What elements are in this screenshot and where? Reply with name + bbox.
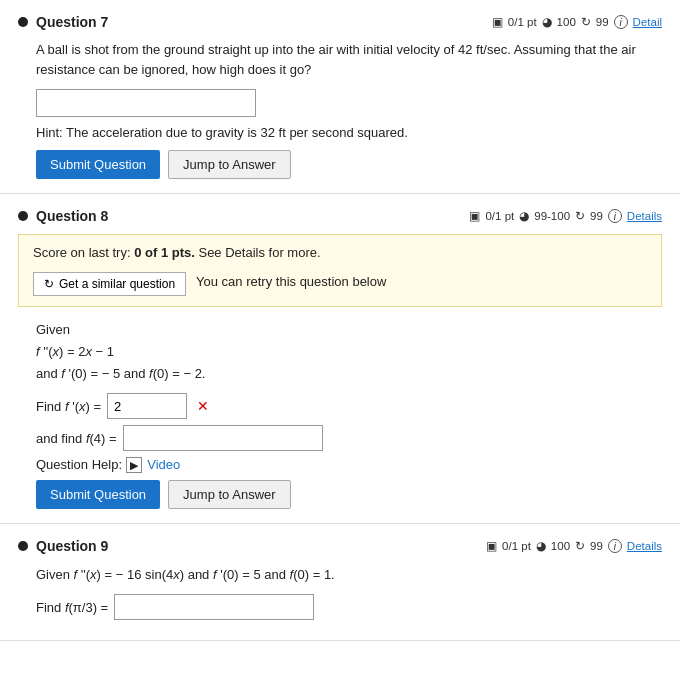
q8-given-block: Given f ''(x) = 2x − 1 and f '(0) = − 5 … (36, 319, 662, 385)
q9-given-text: Given f ''(x) = − 16 sin(4x) and f '(0) … (36, 564, 662, 586)
q8-retry-icon: ↻ (44, 277, 54, 291)
q8-find-fprime-label: Find f '(x) = (36, 399, 101, 414)
q7-clock-val: 100 (557, 16, 576, 28)
q8-video-link[interactable]: Video (147, 457, 180, 472)
q9-meta: ▣ 0/1 pt ◕ 100 ↻ 99 i Details (486, 539, 662, 553)
question-9-header: Question 9 ▣ 0/1 pt ◕ 100 ↻ 99 i Details (18, 538, 662, 554)
q7-refresh-val: 99 (596, 16, 609, 28)
question-9-title: Question 9 (18, 538, 108, 554)
q7-btn-group: Submit Question Jump to Answer (36, 150, 662, 179)
q9-refresh-icon: ↻ (575, 539, 585, 553)
q9-number-label: Question 9 (36, 538, 108, 554)
q8-jump-button[interactable]: Jump to Answer (168, 480, 291, 509)
q8-retry-label: Get a similar question (59, 277, 175, 291)
q8-help-row: Question Help: ▶ Video (36, 457, 662, 472)
q7-bullet (18, 17, 28, 27)
q7-detail-link[interactable]: Detail (633, 16, 662, 28)
q7-info-icon: i (614, 15, 628, 29)
q9-info-icon: i (608, 539, 622, 553)
q8-retry-button[interactable]: ↻ Get a similar question (33, 272, 186, 296)
q8-given-line2: and f '(0) = − 5 and f(0) = − 2. (36, 363, 662, 385)
q9-given-line: Given f ''(x) = − 16 sin(4x) and f '(0) … (36, 567, 335, 582)
q9-check-icon: ▣ (486, 539, 497, 553)
q8-score-notice-text: Score on last try: 0 of 1 pts. See Detai… (33, 245, 647, 260)
question-9-block: Question 9 ▣ 0/1 pt ◕ 100 ↻ 99 i Details… (0, 524, 680, 641)
question-8-title: Question 8 (18, 208, 108, 224)
q9-answer-input[interactable] (114, 594, 314, 620)
q8-check-icon: ▣ (469, 209, 480, 223)
q8-submit-button[interactable]: Submit Question (36, 480, 160, 509)
q8-clock-val: 99-100 (534, 210, 570, 222)
q8-f4-input[interactable] (123, 425, 323, 451)
question-8-header: Question 8 ▣ 0/1 pt ◕ 99-100 ↻ 99 i Deta… (18, 208, 662, 224)
q8-clock-icon: ◕ (519, 209, 529, 223)
q8-score-notice: Score on last try: 0 of 1 pts. See Detai… (18, 234, 662, 307)
q7-refresh-icon: ↻ (581, 15, 591, 29)
q8-find-fprime-row: Find f '(x) = ✕ (36, 393, 662, 419)
q8-refresh-icon: ↻ (575, 209, 585, 223)
q9-find-label: Find f(π/3) = (36, 600, 108, 615)
question-7-header: Question 7 ▣ 0/1 pt ◕ 100 ↻ 99 i Detail (18, 14, 662, 30)
q7-score: 0/1 pt (508, 16, 537, 28)
q8-given-label: Given (36, 319, 662, 341)
question-7-title: Question 7 (18, 14, 108, 30)
q7-body-text: A ball is shot from the ground straight … (36, 40, 662, 79)
question-8-block: Question 8 ▣ 0/1 pt ◕ 99-100 ↻ 99 i Deta… (0, 194, 680, 524)
q8-meta: ▣ 0/1 pt ◕ 99-100 ↻ 99 i Details (469, 209, 662, 223)
q8-given-line1: f ''(x) = 2x − 1 (36, 341, 662, 363)
q8-video-icon: ▶ (126, 457, 142, 473)
q9-refresh-val: 99 (590, 540, 603, 552)
q8-find-f4-row: and find f(4) = (36, 425, 662, 451)
q8-info-icon: i (608, 209, 622, 223)
q9-find-row: Find f(π/3) = (36, 594, 662, 620)
q7-number-label: Question 7 (36, 14, 108, 30)
q8-bullet (18, 211, 28, 221)
q8-fprime-xmark: ✕ (197, 398, 209, 414)
q7-clock-icon: ◕ (542, 15, 552, 29)
q8-score: 0/1 pt (485, 210, 514, 222)
q8-help-label: Question Help: (36, 457, 122, 472)
q8-detail-link[interactable]: Details (627, 210, 662, 222)
q9-score: 0/1 pt (502, 540, 531, 552)
q9-clock-val: 100 (551, 540, 570, 552)
q8-retry-note: You can retry this question below (196, 274, 386, 289)
q9-detail-link[interactable]: Details (627, 540, 662, 552)
q8-find-f4-label: and find f(4) = (36, 431, 117, 446)
q9-bullet (18, 541, 28, 551)
q7-check-icon: ▣ (492, 15, 503, 29)
q7-answer-input[interactable] (36, 89, 256, 117)
q7-hint: Hint: The acceleration due to gravity is… (36, 125, 662, 140)
q9-clock-icon: ◕ (536, 539, 546, 553)
q8-refresh-val: 99 (590, 210, 603, 222)
q7-jump-button[interactable]: Jump to Answer (168, 150, 291, 179)
q8-number-label: Question 8 (36, 208, 108, 224)
q7-submit-button[interactable]: Submit Question (36, 150, 160, 179)
q7-meta: ▣ 0/1 pt ◕ 100 ↻ 99 i Detail (492, 15, 662, 29)
question-7-block: Question 7 ▣ 0/1 pt ◕ 100 ↻ 99 i Detail … (0, 0, 680, 194)
q8-fprime-input[interactable] (107, 393, 187, 419)
q8-btn-group: Submit Question Jump to Answer (36, 480, 662, 509)
